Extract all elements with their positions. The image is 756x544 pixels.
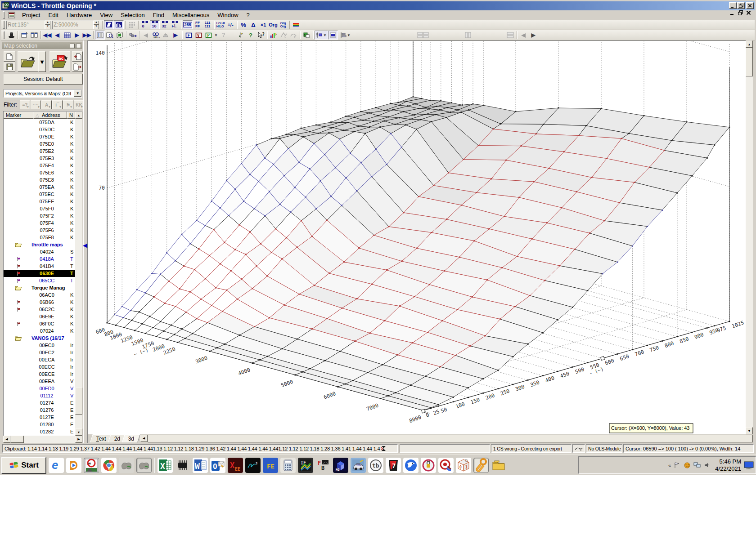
list-item-0630E[interactable]: 0630ET xyxy=(4,270,75,277)
tray-update-icon[interactable] xyxy=(684,462,691,469)
scale-mode-button[interactable]: ▼ xyxy=(338,31,352,40)
panel-pin-button[interactable] xyxy=(70,44,75,48)
list-scroll-up[interactable]: ▲ xyxy=(75,111,82,119)
fvp-dropdown[interactable]: ▼ xyxy=(213,31,219,40)
close-button[interactable] xyxy=(746,2,754,9)
taskbar-icon-target[interactable] xyxy=(438,458,454,473)
list-item-075E2[interactable]: 075E2K xyxy=(4,147,75,155)
list-item-06F0C[interactable]: 06F0CK xyxy=(4,320,75,327)
help2-button[interactable]: ? xyxy=(246,31,256,40)
prev-button[interactable]: ◀ xyxy=(52,31,62,40)
list-item-06C2C[interactable]: 06C2CK xyxy=(4,306,75,313)
taskbar-icon-folderwin[interactable] xyxy=(491,458,506,473)
taskbar-icon-gray2[interactable] xyxy=(136,458,152,473)
list-folder[interactable]: VANOS (16/17 xyxy=(4,334,75,342)
tab-3d[interactable]: 3d xyxy=(122,434,140,442)
taskbar-icon-chrome[interactable] xyxy=(101,458,117,473)
format-FF-button[interactable]: FFFF xyxy=(193,20,202,29)
session-button[interactable]: Session: Default xyxy=(4,74,83,85)
list-vscrollbar[interactable]: ▲ ▼ xyxy=(75,111,82,436)
list-item-075EE[interactable]: 075EEK xyxy=(4,198,75,205)
contexthelp-button[interactable]: ? xyxy=(256,31,266,40)
list-item-075DC[interactable]: 075DCK xyxy=(4,126,75,133)
start-button[interactable]: Start xyxy=(1,457,46,474)
fill-mode-button[interactable] xyxy=(328,31,338,40)
zoom-spinner[interactable]: ▲▼ xyxy=(94,21,99,29)
x1-button[interactable]: ×1 xyxy=(258,20,268,29)
maximize-button[interactable] xyxy=(737,2,745,9)
list-item-075E0[interactable]: 075E0K xyxy=(4,140,75,147)
format-255-button[interactable]: 255 xyxy=(183,20,193,29)
tray-flag-icon[interactable] xyxy=(674,462,681,469)
magic-hat-button[interactable] xyxy=(6,31,16,40)
column-name[interactable]: N xyxy=(67,111,75,119)
panel-title-bar[interactable]: Map selection xyxy=(2,42,82,49)
list-item-06B66[interactable]: 06B66K xyxy=(4,299,75,306)
rotation-field[interactable]: Rot:135° xyxy=(6,21,45,29)
list-item-075EA[interactable]: 075EAK xyxy=(4,183,75,191)
list-item-00ECC[interactable]: 00ECCIr xyxy=(4,363,75,370)
taskbar-icon-outlook[interactable]: O xyxy=(210,458,225,473)
menu-window[interactable]: Window xyxy=(213,11,242,19)
view-3d-button[interactable] xyxy=(114,20,124,29)
first-button[interactable]: ◀◀ xyxy=(42,31,52,40)
view-2d-button[interactable] xyxy=(104,20,114,29)
tray-clock[interactable]: 5:46 PM 4/22/2021 xyxy=(715,458,741,473)
lohi-button[interactable]: LO HI HILO xyxy=(216,20,225,29)
menu-selection[interactable]: Selection xyxy=(117,11,148,19)
plot-hscroll-thumb[interactable] xyxy=(148,435,753,442)
back-button[interactable]: ◀ xyxy=(141,31,151,40)
signal-button[interactable] xyxy=(236,31,246,40)
taskbar-icon-fe[interactable]: FE xyxy=(263,458,278,473)
list-item-01276[interactable]: 01276E xyxy=(4,406,75,414)
taskbar-icon-winols[interactable]: ∞ xyxy=(84,458,99,473)
version-button[interactable]: V xyxy=(194,31,203,40)
taskbar-icon-sig[interactable]: 3 xyxy=(245,458,261,473)
list-item-01280[interactable]: 01280E xyxy=(4,421,75,428)
list-scroll-down[interactable]: ▼ xyxy=(75,428,82,436)
import-button[interactable] xyxy=(161,31,171,40)
forward-button[interactable]: ▶ xyxy=(171,31,180,40)
mdi-restore-icon[interactable] xyxy=(738,10,743,15)
plot-hscrollbar[interactable] xyxy=(148,435,753,442)
taskbar-icon-seven[interactable]: 7 xyxy=(386,458,401,473)
taskbar-icon-fb[interactable]: FB xyxy=(315,458,331,473)
list-scroll-right[interactable]: ▶ xyxy=(75,436,82,443)
plot-vscrollbar[interactable]: ▲ ▼ xyxy=(746,40,753,434)
list-item-0127E[interactable]: 0127EE xyxy=(4,414,75,421)
import-project-button[interactable]: ac xyxy=(50,51,70,72)
tile2h-button[interactable] xyxy=(505,31,515,40)
menu-view[interactable]: View xyxy=(96,11,117,19)
title-bar[interactable]: WinOLS - Throttle Opening * xyxy=(1,1,755,10)
taskbar-icon-tb[interactable]: tb xyxy=(368,458,383,473)
width-32-button[interactable]: 32 xyxy=(160,20,170,29)
format-111-button[interactable]: 111111 xyxy=(202,20,212,29)
taskbar-icon-gray1[interactable] xyxy=(119,458,134,473)
combo-dropdown-icon[interactable]: ▼ xyxy=(74,90,81,97)
tray-network-icon[interactable] xyxy=(693,462,701,468)
axis-mode-button[interactable]: ▼ xyxy=(315,31,328,40)
taskbar-icon-excel[interactable]: X xyxy=(158,458,173,473)
window-split-button[interactable] xyxy=(29,31,39,40)
list-item-075E3[interactable]: 075E3K xyxy=(4,155,75,162)
list-item-00EC0[interactable]: 00EC0Ir xyxy=(4,342,75,349)
minimize-button[interactable] xyxy=(729,2,737,9)
wizard3-button[interactable] xyxy=(288,31,298,40)
list-item-06E9E[interactable]: 06E9EK xyxy=(4,313,75,320)
menu-edit[interactable]: Edit xyxy=(44,11,62,19)
percent-button[interactable]: % xyxy=(238,20,248,29)
treeview-button[interactable] xyxy=(95,31,105,40)
list-item-075F4[interactable]: 075F4K xyxy=(4,219,75,227)
list-item-01274[interactable]: 01274E xyxy=(4,399,75,406)
column-address[interactable]: △Address xyxy=(33,111,67,119)
list-item-075E6[interactable]: 075E6K xyxy=(4,169,75,176)
open-dropdown[interactable]: ▾ xyxy=(38,51,46,72)
width-8-button[interactable]: 8 xyxy=(140,20,150,29)
scope-combo[interactable]: Projects, Versions & Maps: (Ctrl ▼ xyxy=(4,89,82,98)
family-button[interactable]: F xyxy=(184,31,194,40)
list-scroll-thumb[interactable] xyxy=(75,388,82,415)
list-item-06AC0[interactable]: 06AC0K xyxy=(4,291,75,299)
list-item-00ECA[interactable]: 00ECAIr xyxy=(4,356,75,363)
taskbar-icon-xee[interactable]: XEE xyxy=(228,458,243,473)
taskbar-icon-wrench[interactable] xyxy=(473,458,489,473)
